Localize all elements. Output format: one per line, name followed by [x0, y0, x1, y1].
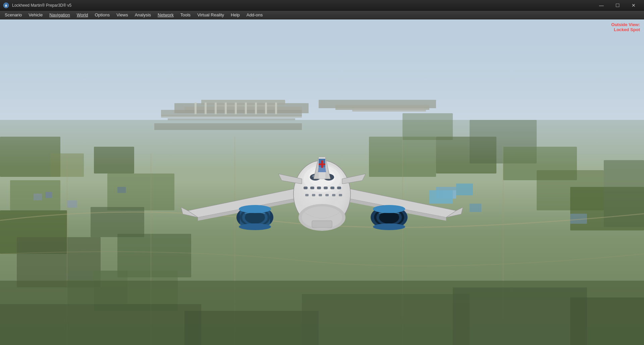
menu-item-add-ons[interactable]: Add-ons: [243, 11, 266, 19]
svg-rect-53: [184, 311, 319, 345]
status-line1: Outside View:: [611, 22, 640, 27]
menu-item-scenario[interactable]: Scenario: [1, 11, 25, 19]
svg-rect-82: [317, 187, 321, 189]
menu-item-analysis[interactable]: Analysis: [131, 11, 154, 19]
svg-rect-86: [305, 194, 309, 196]
svg-rect-46: [117, 187, 126, 193]
svg-rect-54: [302, 294, 470, 345]
menu-item-network[interactable]: Network: [154, 11, 177, 19]
status-text: Outside View: Locked Spot: [611, 22, 640, 32]
svg-rect-56: [570, 297, 644, 345]
svg-rect-93: [319, 163, 325, 165]
svg-rect-12: [91, 207, 144, 237]
menu-item-navigation[interactable]: Navigation: [46, 11, 73, 19]
svg-rect-55: [453, 287, 587, 345]
svg-rect-96: [312, 221, 332, 227]
svg-rect-81: [310, 187, 314, 189]
menu-item-world[interactable]: World: [73, 11, 92, 19]
svg-point-69: [373, 205, 405, 213]
svg-rect-85: [337, 187, 341, 189]
title-bar: Lockheed Martin® Prepar3D® v5 — ☐ ✕: [0, 0, 644, 11]
svg-rect-45: [67, 200, 77, 208]
svg-rect-87: [312, 194, 315, 196]
svg-point-64: [239, 223, 271, 230]
svg-rect-44: [45, 192, 52, 198]
menu-item-views[interactable]: Views: [113, 11, 131, 19]
maximize-button[interactable]: ☐: [610, 1, 625, 10]
svg-rect-83: [324, 187, 328, 189]
app-icon: [3, 2, 9, 9]
svg-rect-52: [0, 304, 201, 345]
svg-rect-91: [339, 194, 342, 196]
menu-item-vehicle[interactable]: Vehicle: [25, 11, 46, 19]
svg-rect-90: [332, 194, 335, 196]
title-text: Lockheed Martin® Prepar3D® v5: [12, 3, 71, 8]
svg-point-63: [239, 205, 271, 213]
svg-rect-80: [304, 187, 308, 189]
menu-item-help[interactable]: Help: [227, 11, 243, 19]
aircraft: [171, 107, 473, 274]
title-bar-left: Lockheed Martin® Prepar3D® v5: [3, 2, 71, 9]
status-line2: Locked Spot: [611, 27, 640, 32]
svg-rect-43: [34, 194, 42, 200]
menu-item-virtual-reality[interactable]: Virtual Reality: [194, 11, 227, 19]
menu-item-options[interactable]: Options: [91, 11, 113, 19]
svg-rect-88: [319, 194, 322, 196]
svg-rect-10: [94, 147, 134, 174]
svg-point-70: [373, 223, 405, 230]
title-bar-controls: — ☐ ✕: [594, 1, 641, 10]
viewport: Outside View: Locked Spot: [0, 19, 644, 345]
menu-item-tools[interactable]: Tools: [177, 11, 194, 19]
menu-bar: Scenario Vehicle Navigation World Option…: [0, 11, 644, 19]
svg-rect-16: [201, 100, 285, 105]
svg-rect-89: [325, 194, 329, 196]
svg-rect-84: [330, 187, 334, 189]
close-button[interactable]: ✕: [626, 1, 641, 10]
minimize-button[interactable]: —: [594, 1, 609, 10]
